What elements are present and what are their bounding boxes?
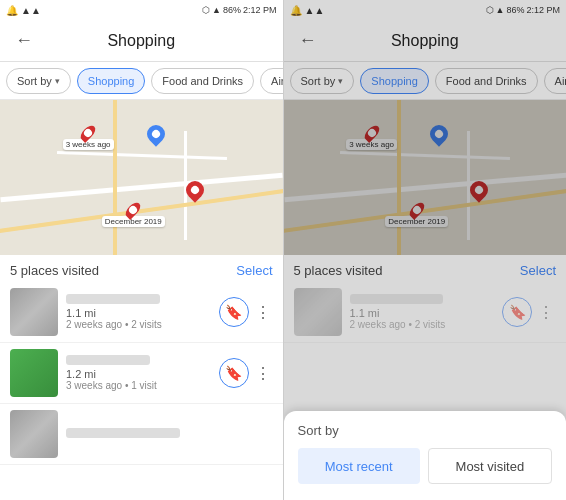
pin-head-3 (183, 177, 208, 202)
filter-bar-right: Sort by ▾ Shopping Food and Drinks Airp (284, 62, 567, 100)
food-chip-left[interactable]: Food and Drinks (151, 68, 254, 94)
place-distance-1-left: 1.1 mi (66, 307, 211, 319)
sort-sheet-title: Sort by (298, 423, 553, 438)
pin-label-1: 3 weeks ago (63, 139, 114, 150)
pin-inner-1-right (366, 127, 377, 138)
place-meta-1-right: 2 weeks ago • 2 visits (350, 319, 495, 330)
map-pin-4-right[interactable]: December 2019 (408, 205, 426, 227)
airp-label-right: Airp (555, 75, 566, 87)
pin-head-2-right (427, 121, 452, 146)
pin-inner-2-right (434, 128, 445, 139)
notification-icon-right: 🔔 (290, 5, 302, 16)
battery-level: 86% (223, 5, 241, 15)
map-background-left: 3 weeks ago December 2019 (0, 100, 283, 255)
back-button-right[interactable]: ← (294, 27, 322, 55)
pin-inner-4 (128, 205, 139, 216)
thumb-green-1 (10, 349, 58, 397)
place-meta-2-left: 3 weeks ago • 1 visit (66, 380, 211, 391)
more-button-1-left[interactable]: ⋮ (253, 301, 273, 324)
pin-inner-3-right (473, 184, 484, 195)
thumb-blur-3 (10, 410, 58, 458)
airp-chip-right[interactable]: Airp (544, 68, 566, 94)
status-right-info-right: ⬡ ▲ 86% 2:12 PM (486, 5, 560, 15)
right-panel: 🔔 ▲▲ ⬡ ▲ 86% 2:12 PM ← Shopping Sort by … (283, 0, 567, 500)
place-name-blur-1-r (350, 294, 444, 304)
location-icon-right: ⬡ (486, 5, 494, 15)
signal-icon: ▲▲ (21, 5, 41, 16)
map-pin-4[interactable]: December 2019 (124, 205, 142, 227)
sort-most-recent[interactable]: Most recent (298, 448, 420, 484)
sort-chevron-right: ▾ (338, 76, 343, 86)
sort-most-visited[interactable]: Most visited (428, 448, 552, 484)
sort-by-label-right: Sort by (301, 75, 336, 87)
map-pin-1-right[interactable]: 3 weeks ago (363, 128, 381, 150)
place-distance-1-right: 1.1 mi (350, 307, 495, 319)
map-left[interactable]: 3 weeks ago December 2019 (0, 100, 283, 255)
shopping-label-left: Shopping (88, 75, 135, 87)
bookmark-button-1-left[interactable]: 🔖 (219, 297, 249, 327)
signal-icon-right: ▲▲ (305, 5, 325, 16)
airp-label-left: Airp (271, 75, 282, 87)
places-header-right: 5 places visited Select (284, 255, 567, 282)
more-button-1-right[interactable]: ⋮ (536, 301, 556, 324)
pin-label-1-right: 3 weeks ago (346, 139, 397, 150)
status-left-icons: 🔔 ▲▲ (6, 5, 41, 16)
place-meta-1-left: 2 weeks ago • 2 visits (66, 319, 211, 330)
header-left: ← Shopping (0, 20, 283, 62)
road-h2 (56, 151, 226, 160)
place-info-1-right: 1.1 mi 2 weeks ago • 2 visits (350, 294, 495, 330)
shopping-chip-left[interactable]: Shopping (77, 68, 146, 94)
shopping-label-right: Shopping (371, 75, 418, 87)
pin-label-4: December 2019 (102, 216, 165, 227)
place-thumb-2-left (10, 349, 58, 397)
status-bar-right: 🔔 ▲▲ ⬡ ▲ 86% 2:12 PM (284, 0, 567, 20)
place-thumb-1-right (294, 288, 342, 336)
location-icon: ⬡ (202, 5, 210, 15)
select-button-right[interactable]: Select (520, 263, 556, 278)
airp-chip-left[interactable]: Airp (260, 68, 282, 94)
place-info-2-left: 1.2 mi 3 weeks ago • 1 visit (66, 355, 211, 391)
pin-inner-1 (82, 127, 93, 138)
bookmark-button-2-left[interactable]: 🔖 (219, 358, 249, 388)
left-panel: 🔔 ▲▲ ⬡ ▲ 86% 2:12 PM ← Shopping Sort by … (0, 0, 283, 500)
place-item-1-right[interactable]: 1.1 mi 2 weeks ago • 2 visits 🔖 ⋮ (284, 282, 567, 343)
pin-label-4-right: December 2019 (385, 216, 448, 227)
back-button-left[interactable]: ← (10, 27, 38, 55)
battery-level-right: 86% (506, 5, 524, 15)
pin-inner-2 (150, 128, 161, 139)
bookmark-button-1-right[interactable]: 🔖 (502, 297, 532, 327)
select-button-left[interactable]: Select (236, 263, 272, 278)
map-pin-3-right[interactable] (470, 181, 488, 203)
sort-by-chip-left[interactable]: Sort by ▾ (6, 68, 71, 94)
sort-chevron-left: ▾ (55, 76, 60, 86)
map-pin-3[interactable] (186, 181, 204, 203)
status-bar-left: 🔔 ▲▲ ⬡ ▲ 86% 2:12 PM (0, 0, 283, 20)
pin-head-2 (143, 121, 168, 146)
shopping-chip-right[interactable]: Shopping (360, 68, 429, 94)
map-pin-1[interactable]: 3 weeks ago (79, 128, 97, 150)
more-button-2-left[interactable]: ⋮ (253, 362, 273, 385)
page-title-left: Shopping (38, 32, 245, 50)
pin-inner-4-right (411, 205, 422, 216)
thumb-blur-1-r (294, 288, 342, 336)
place-name-blur-3 (66, 428, 180, 438)
place-item-1-left[interactable]: 1.1 mi 2 weeks ago • 2 visits 🔖 ⋮ (0, 282, 283, 343)
header-right: ← Shopping (284, 20, 567, 62)
clock-right: 2:12 PM (526, 5, 560, 15)
sort-by-chip-right[interactable]: Sort by ▾ (290, 68, 355, 94)
places-count-left: 5 places visited (10, 263, 99, 278)
food-chip-right[interactable]: Food and Drinks (435, 68, 538, 94)
place-name-blur-2 (66, 355, 150, 365)
road-v1-r (397, 100, 401, 255)
map-pin-2-right[interactable] (430, 125, 448, 147)
place-info-3-left (66, 428, 273, 441)
map-right[interactable]: 3 weeks ago December 2019 (284, 100, 567, 255)
notification-icon: 🔔 (6, 5, 18, 16)
filter-bar-left: Sort by ▾ Shopping Food and Drinks Airp (0, 62, 283, 100)
place-item-2-left[interactable]: 1.2 mi 3 weeks ago • 1 visit 🔖 ⋮ (0, 343, 283, 404)
places-header-left: 5 places visited Select (0, 255, 283, 282)
place-item-3-left[interactable] (0, 404, 283, 465)
place-actions-1-right: 🔖 ⋮ (502, 297, 556, 327)
wifi-icon: ▲ (212, 5, 221, 15)
map-pin-2[interactable] (147, 125, 165, 147)
